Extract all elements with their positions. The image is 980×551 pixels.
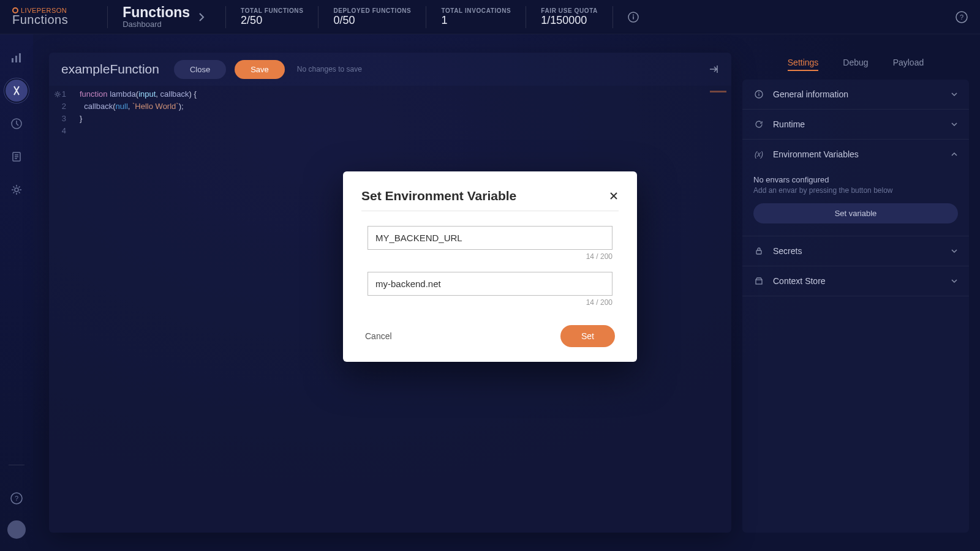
settings-accordion: General information Runtime (x) Environm… bbox=[742, 80, 969, 533]
breadcrumb[interactable]: Functions Dashboard bbox=[123, 6, 205, 29]
svg-point-16 bbox=[56, 93, 59, 96]
info-icon bbox=[753, 90, 764, 99]
info-icon[interactable] bbox=[628, 12, 639, 23]
chevron-up-icon bbox=[951, 152, 958, 157]
help-icon[interactable]: ? bbox=[956, 11, 968, 23]
envvars-empty-title: No envars configured bbox=[753, 175, 958, 184]
envvar-key-input[interactable] bbox=[368, 226, 612, 250]
svg-rect-19 bbox=[758, 94, 759, 96]
envvars-body: No envars configured Add an envar by pre… bbox=[742, 169, 969, 236]
divider bbox=[426, 6, 426, 28]
svg-text:?: ? bbox=[960, 13, 963, 21]
svg-rect-6 bbox=[15, 56, 17, 62]
chevron-right-icon bbox=[198, 12, 205, 22]
brand-bottom: Functions bbox=[12, 13, 68, 27]
sidebar-item-analytics[interactable] bbox=[6, 47, 28, 69]
svg-point-18 bbox=[758, 92, 760, 93]
divider bbox=[361, 211, 619, 211]
divider bbox=[318, 6, 318, 28]
save-button[interactable]: Save bbox=[235, 60, 285, 79]
envvars-empty-subtitle: Add an envar by pressing the button belo… bbox=[753, 186, 958, 195]
sidebar-help-icon[interactable]: ? bbox=[6, 487, 28, 509]
minimap: ▬▬▬ bbox=[710, 88, 726, 94]
set-envvar-modal: Set Environment Variable 14 / 200 14 / 2… bbox=[343, 171, 637, 362]
divider bbox=[107, 6, 108, 28]
svg-text:?: ? bbox=[15, 495, 18, 502]
sidebar-divider bbox=[9, 465, 24, 465]
svg-rect-20 bbox=[756, 250, 761, 254]
sidebar-item-logs[interactable] bbox=[6, 146, 28, 168]
code-line: 1 function lambda(input, callback) { bbox=[49, 88, 731, 100]
svg-rect-5 bbox=[12, 58, 13, 62]
divider bbox=[612, 6, 613, 28]
sidebar-item-settings[interactable] bbox=[6, 179, 28, 201]
function-name: exampleFunction bbox=[61, 62, 159, 77]
breadcrumb-subtitle: Dashboard bbox=[123, 20, 190, 29]
tab-payload[interactable]: Payload bbox=[893, 58, 924, 71]
envvar-value-input[interactable] bbox=[368, 272, 612, 296]
chevron-down-icon bbox=[951, 249, 958, 253]
breadcrumb-title: Functions bbox=[123, 6, 190, 20]
stat-deployed-functions: DEPLOYED FUNCTIONS 0/50 bbox=[333, 7, 411, 27]
variable-icon: (x) bbox=[753, 150, 764, 159]
cancel-button[interactable]: Cancel bbox=[365, 331, 392, 341]
refresh-icon bbox=[753, 120, 764, 129]
avatar[interactable] bbox=[7, 520, 26, 539]
stat-total-invocations: TOTAL INVOCATIONS 1 bbox=[441, 7, 511, 27]
sidebar-item-functions[interactable] bbox=[6, 80, 28, 102]
value-char-counter: 14 / 200 bbox=[368, 298, 612, 307]
key-char-counter: 14 / 200 bbox=[368, 252, 612, 261]
accordion-general[interactable]: General information bbox=[742, 80, 969, 110]
svg-rect-21 bbox=[756, 280, 762, 284]
save-hint: No changes to save bbox=[297, 65, 362, 73]
svg-point-13 bbox=[15, 188, 18, 192]
gear-icon[interactable] bbox=[54, 91, 61, 98]
tab-settings[interactable]: Settings bbox=[788, 58, 819, 71]
accordion-context-store[interactable]: Context Store bbox=[742, 266, 969, 296]
tabs-row: Settings Debug Payload bbox=[742, 53, 969, 80]
code-line: 4 bbox=[49, 125, 731, 137]
brand-logo: LIVEPERSON Functions bbox=[12, 7, 68, 27]
chevron-down-icon bbox=[951, 122, 958, 127]
divider bbox=[225, 6, 226, 28]
left-sidebar: ? bbox=[0, 34, 33, 551]
accordion-secrets[interactable]: Secrets bbox=[742, 236, 969, 266]
sidebar-item-schedules[interactable] bbox=[6, 113, 28, 135]
modal-title: Set Environment Variable bbox=[361, 189, 516, 203]
chevron-down-icon bbox=[951, 92, 958, 97]
accordion-runtime[interactable]: Runtime bbox=[742, 110, 969, 140]
svg-rect-2 bbox=[633, 16, 634, 19]
right-panel: Settings Debug Payload General informati… bbox=[742, 53, 969, 533]
chevron-down-icon bbox=[951, 279, 958, 283]
svg-point-1 bbox=[633, 14, 634, 15]
stat-total-functions: TOTAL FUNCTIONS 2/50 bbox=[241, 7, 303, 27]
tab-debug[interactable]: Debug bbox=[843, 58, 868, 71]
top-header: LIVEPERSON Functions Functions Dashboard… bbox=[0, 0, 980, 34]
code-line: 3 } bbox=[49, 113, 731, 125]
editor-header: exampleFunction Close Save No changes to… bbox=[49, 53, 731, 86]
accordion-envvars[interactable]: (x) Environment Variables No envars conf… bbox=[742, 140, 969, 236]
close-icon[interactable] bbox=[609, 191, 619, 201]
store-icon bbox=[753, 277, 764, 285]
svg-rect-7 bbox=[19, 53, 21, 62]
close-button[interactable]: Close bbox=[174, 60, 226, 79]
set-button[interactable]: Set bbox=[560, 325, 615, 347]
exit-fullscreen-icon[interactable] bbox=[708, 64, 719, 75]
divider bbox=[526, 6, 526, 28]
code-line: 2 callback(null, `Hello World`); bbox=[49, 100, 731, 113]
stat-fair-use-quota: FAIR USE QUOTA 1/150000 bbox=[541, 7, 598, 27]
set-variable-button[interactable]: Set variable bbox=[753, 203, 958, 223]
lock-icon bbox=[753, 247, 764, 255]
